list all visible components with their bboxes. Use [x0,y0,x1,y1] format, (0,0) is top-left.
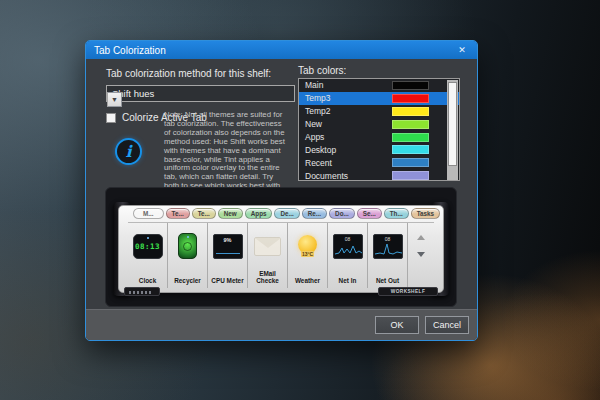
widget-label: Net Out [368,277,407,284]
scrollbar-thumb[interactable] [448,82,457,166]
widget-recycler: Recycler [168,223,208,288]
widget-weather: 13°C Weather [288,223,328,288]
shelf-preview: M...Te...Te...NewAppsDe...Re...Do...Se..… [118,205,444,293]
tab-color-row[interactable]: Main [299,79,459,92]
dock-tab: Do... [329,208,355,219]
dialog-footer: OK Cancel [86,309,477,340]
tab-color-name: Temp3 [305,93,392,103]
desktop-background: Tab Colorization ✕ Tab colorization meth… [0,0,600,400]
tab-color-name: New [305,119,392,129]
clock-icon: 08:13 [133,234,163,259]
method-label: Tab colorization method for this shelf: [106,68,271,79]
tab-color-swatch [392,158,429,167]
tab-color-swatch [392,94,429,103]
cpu-percent: 9% [214,237,242,243]
tab-color-row[interactable]: Temp3 [299,92,459,105]
dock-tab: Th... [384,208,409,219]
tab-color-swatch [392,81,429,90]
widget-cpu-meter: 9% CPU Meter [208,223,248,288]
workshelf-brand-badge: WORKSHELF [378,287,438,296]
tab-color-name: Desktop [305,145,392,155]
arrow-up-icon [417,235,425,240]
tab-color-name: Apps [305,132,392,142]
checkbox-box[interactable] [106,113,116,123]
tab-color-name: Temp2 [305,106,392,116]
dialog-title: Tab Colorization [86,45,166,56]
tab-color-swatch [392,107,429,116]
net-in-graph-icon: 08 [333,234,363,259]
shelf-scroll-arrows [408,223,434,288]
method-dropdown[interactable]: Shift hues ▼ [106,85,295,102]
chevron-down-icon: ▼ [107,92,122,107]
dock-tab: Re... [302,208,327,219]
shelf-logo-badge [124,287,160,296]
widget-label: EMail Checke [248,270,287,284]
dock-tab: Te... [192,208,216,219]
widget-label: Recycler [168,277,207,284]
dock-tab: Te... [166,208,190,219]
widget-net-out: 08 Net Out [368,223,408,288]
dock-tab: M... [133,208,164,219]
tab-color-name: Recent [305,158,392,168]
close-icon[interactable]: ✕ [450,43,474,57]
dock-body: 08:13 Clock Recycler 9% [128,222,434,288]
tab-color-name: Main [305,80,392,90]
tab-colors-label: Tab colors: [298,65,346,76]
tab-color-row[interactable]: Recent [299,156,459,169]
tab-color-name: Documents [305,171,392,181]
dialog-titlebar: Tab Colorization ✕ [86,41,477,59]
cpu-meter-icon: 9% [213,234,243,259]
ok-button[interactable]: OK [375,316,419,334]
widget-label: CPU Meter [208,277,247,284]
widget-label: Weather [288,277,327,284]
clock-time: 08:13 [135,242,160,251]
tab-color-swatch [392,171,429,180]
dock-tab: Apps [245,208,273,219]
shelf-preview-panel: M...Te...Te...NewAppsDe...Re...Do...Se..… [105,187,457,307]
tab-colorization-dialog: Tab Colorization ✕ Tab colorization meth… [85,40,478,341]
net-out-graph-icon: 08 [373,234,403,259]
tab-color-swatch [392,120,429,129]
cancel-button[interactable]: Cancel [425,316,469,334]
widget-clock: 08:13 Clock [128,223,168,288]
info-icon: i [115,138,142,165]
tab-color-row[interactable]: New [299,118,459,131]
tab-color-row[interactable]: Apps [299,131,459,144]
tab-color-row[interactable]: Documents [299,169,459,181]
dock-tab: New [218,208,243,219]
envelope-icon [254,237,281,256]
tab-color-row[interactable]: Temp2 [299,105,459,118]
widget-label: Clock [128,277,167,284]
method-dropdown-value: Shift hues [107,88,294,99]
arrow-down-icon [417,252,425,257]
tab-color-swatch [392,133,429,142]
weather-temp: 13°C [301,251,314,257]
recycle-bin-icon [178,233,197,259]
widget-label: Net In [328,277,367,284]
dock-tab: De... [274,208,299,219]
dock-tab: Tasks [411,208,440,219]
tab-color-swatch [392,145,429,154]
tab-color-row[interactable]: Desktop [299,143,459,156]
scrollbar[interactable] [447,80,458,181]
tab-colors-list: MainTemp3Temp2NewAppsDesktopRecentDocume… [298,78,460,181]
widget-email-checker: EMail Checke [248,223,288,288]
dock-tab-strip: M...Te...Te...NewAppsDe...Re...Do...Se..… [133,208,429,220]
dock-tab: Se... [357,208,382,219]
widget-net-in: 08 Net In [328,223,368,288]
